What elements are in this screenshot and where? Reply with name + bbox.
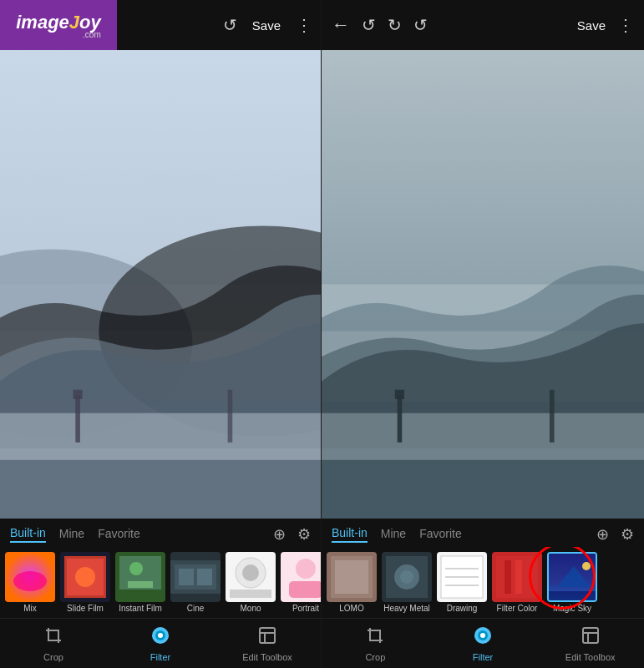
left-tab-mine[interactable]: Mine bbox=[59, 527, 84, 542]
svg-rect-35 bbox=[260, 628, 275, 643]
filter-slide-film-label: Slide Film bbox=[67, 604, 104, 613]
filter-heavy-metal-label: Heavy Metal bbox=[383, 604, 430, 613]
svg-rect-31 bbox=[289, 581, 321, 598]
left-canvas bbox=[0, 50, 321, 519]
right-edit-icon bbox=[581, 625, 601, 650]
left-filter-section: Built-in Mine Favorite ⊕ ⚙ Mix Slide Fi bbox=[0, 519, 321, 618]
left-tab-builtin[interactable]: Built-in bbox=[10, 526, 46, 543]
right-toolbar-edit[interactable]: Edit Toolbox bbox=[536, 625, 644, 662]
app-logo: imageJoy .com bbox=[0, 0, 117, 50]
filter-mix-thumb bbox=[5, 552, 55, 602]
right-toolbar-filter[interactable]: Filter bbox=[429, 625, 537, 662]
filter-lomo[interactable]: LOMO bbox=[325, 552, 378, 613]
svg-point-34 bbox=[158, 633, 163, 638]
right-tab-builtin[interactable]: Built-in bbox=[332, 526, 368, 543]
right-redo-button[interactable]: ↻ bbox=[388, 15, 402, 35]
left-add-filter-button[interactable]: ⊕ bbox=[273, 525, 286, 544]
svg-rect-9 bbox=[228, 390, 233, 443]
right-add-filter-button[interactable]: ⊕ bbox=[596, 525, 609, 544]
filter-portrait[interactable]: Portrait bbox=[279, 552, 321, 613]
filter-instant-film-thumb bbox=[115, 552, 165, 602]
svg-rect-43 bbox=[398, 396, 403, 443]
left-toolbar-edit[interactable]: Edit Toolbox bbox=[214, 625, 321, 662]
svg-rect-6 bbox=[0, 413, 321, 460]
right-panel: ← ↺ ↻ ↺ Save ⋮ bbox=[322, 0, 644, 668]
svg-rect-45 bbox=[550, 390, 555, 443]
filter-heavy-metal-thumb bbox=[382, 552, 432, 602]
filter-portrait-label: Portrait bbox=[292, 604, 319, 613]
right-filter-icon bbox=[473, 625, 493, 650]
left-toolbar-icons: ↺ Save ⋮ bbox=[223, 15, 312, 35]
filter-magic-sky-label: Magic Sky bbox=[553, 604, 591, 613]
right-tab-favorite[interactable]: Favorite bbox=[419, 527, 462, 542]
filter-instant-film[interactable]: Instant Film bbox=[114, 552, 167, 613]
svg-rect-65 bbox=[549, 591, 597, 602]
right-filter-tabs: Built-in Mine Favorite ⊕ ⚙ bbox=[322, 519, 644, 547]
right-settings-button[interactable]: ⚙ bbox=[621, 525, 634, 544]
filter-mix[interactable]: Mix bbox=[3, 552, 57, 613]
right-filter-tab-icons: ⊕ ⚙ bbox=[596, 525, 634, 544]
filter-cine-thumb bbox=[170, 552, 221, 602]
left-image-area bbox=[0, 50, 321, 519]
svg-rect-60 bbox=[505, 560, 511, 594]
filter-cine-label: Cine bbox=[187, 604, 205, 613]
filter-mono[interactable]: Mono bbox=[224, 552, 277, 613]
filter-heavy-metal[interactable]: Heavy Metal bbox=[380, 552, 434, 613]
left-more-button[interactable]: ⋮ bbox=[296, 15, 312, 35]
left-toolbar-crop[interactable]: Crop bbox=[0, 625, 107, 662]
svg-rect-28 bbox=[230, 590, 271, 598]
filter-color-thumb bbox=[492, 552, 542, 602]
left-undo-button[interactable]: ↺ bbox=[223, 15, 237, 35]
filter-portrait-thumb bbox=[281, 552, 321, 602]
right-toolbar-crop[interactable]: Crop bbox=[322, 625, 429, 662]
filter-cine[interactable]: Cine bbox=[169, 552, 222, 613]
right-top-bar: ← ↺ ↻ ↺ Save ⋮ bbox=[322, 0, 644, 50]
svg-point-18 bbox=[129, 562, 143, 575]
svg-point-15 bbox=[75, 567, 95, 587]
left-bottom-toolbar: Crop Filter Edit Toolbox bbox=[0, 618, 321, 668]
svg-point-11 bbox=[13, 571, 47, 591]
left-toolbar-filter[interactable]: Filter bbox=[107, 625, 214, 662]
svg-rect-8 bbox=[74, 390, 83, 399]
svg-point-30 bbox=[296, 559, 316, 579]
right-filter-thumbnails: LOMO Heavy Metal Drawing F bbox=[322, 547, 644, 618]
svg-rect-42 bbox=[322, 413, 644, 460]
left-crop-icon bbox=[43, 625, 63, 650]
right-more-button[interactable]: ⋮ bbox=[617, 15, 634, 35]
filter-mono-thumb bbox=[226, 552, 276, 602]
left-settings-button[interactable]: ⚙ bbox=[297, 525, 311, 544]
left-save-button[interactable]: Save bbox=[252, 18, 281, 33]
left-edit-label: Edit Toolbox bbox=[242, 652, 292, 662]
filter-magic-sky-thumb bbox=[547, 552, 597, 602]
filter-slide-film[interactable]: Slide Film bbox=[58, 552, 112, 613]
svg-point-52 bbox=[400, 570, 413, 584]
left-edit-icon bbox=[257, 625, 277, 650]
svg-rect-19 bbox=[128, 581, 153, 588]
left-tab-favorite[interactable]: Favorite bbox=[98, 527, 140, 542]
left-crop-label: Crop bbox=[43, 652, 63, 662]
svg-rect-61 bbox=[515, 560, 522, 594]
svg-rect-69 bbox=[583, 628, 598, 643]
filter-slide-film-thumb bbox=[60, 552, 110, 602]
logo-text: imageJoy bbox=[16, 12, 101, 33]
svg-rect-7 bbox=[75, 396, 80, 443]
left-filter-thumbnails: Mix Slide Film Instant Film bbox=[0, 547, 321, 618]
svg-rect-48 bbox=[335, 560, 368, 594]
left-top-bar: imageJoy .com ↺ Save ⋮ bbox=[0, 0, 321, 50]
right-back-button[interactable]: ← bbox=[332, 14, 350, 36]
svg-point-27 bbox=[242, 564, 259, 581]
svg-point-64 bbox=[582, 562, 591, 570]
right-undo-button[interactable]: ↺ bbox=[362, 15, 376, 35]
filter-drawing[interactable]: Drawing bbox=[435, 552, 489, 613]
filter-lomo-label: LOMO bbox=[339, 604, 363, 613]
right-canvas bbox=[322, 50, 644, 519]
filter-color[interactable]: Filter Color bbox=[490, 552, 544, 613]
right-edit-label: Edit Toolbox bbox=[565, 652, 616, 662]
filter-magic-sky[interactable]: Magic Sky bbox=[545, 552, 599, 613]
right-undo2-button[interactable]: ↺ bbox=[413, 15, 428, 35]
svg-point-68 bbox=[480, 633, 485, 638]
right-tab-mine[interactable]: Mine bbox=[381, 527, 406, 542]
right-save-button[interactable]: Save bbox=[577, 18, 606, 33]
right-bottom-toolbar: Crop Filter Edit Toolbox bbox=[322, 618, 644, 668]
right-filter-label: Filter bbox=[473, 652, 493, 662]
